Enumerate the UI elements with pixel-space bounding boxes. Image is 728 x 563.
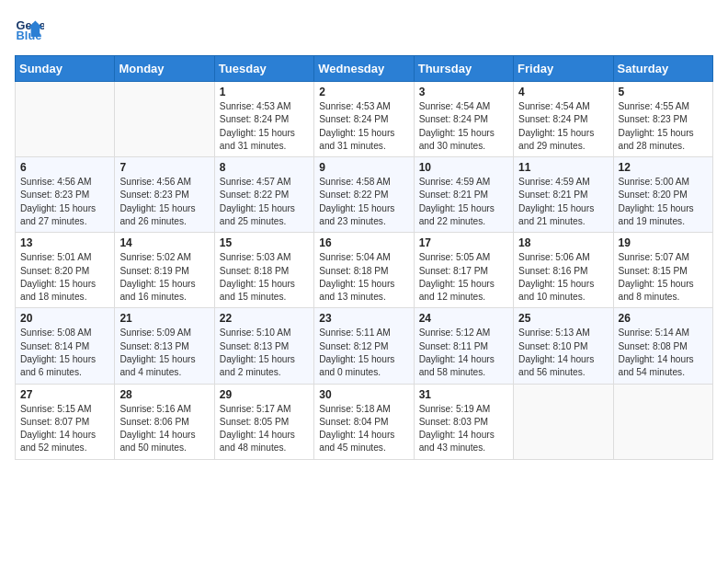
calendar-table: SundayMondayTuesdayWednesdayThursdayFrid… xyxy=(15,55,713,460)
weekday-header: Monday xyxy=(115,56,214,82)
day-number: 22 xyxy=(220,312,309,325)
day-number: 27 xyxy=(20,388,109,401)
day-number: 20 xyxy=(20,312,109,325)
cell-content: Sunrise: 5:17 AM Sunset: 8:05 PM Dayligh… xyxy=(220,403,309,455)
cell-content: Sunrise: 5:07 AM Sunset: 8:15 PM Dayligh… xyxy=(619,251,708,304)
cell-content: Sunrise: 4:59 AM Sunset: 8:21 PM Dayligh… xyxy=(518,176,608,228)
day-number: 14 xyxy=(119,236,209,249)
day-number: 3 xyxy=(419,86,508,98)
cell-content: Sunrise: 4:59 AM Sunset: 8:21 PM Dayligh… xyxy=(419,176,508,228)
cell-content: Sunrise: 5:03 AM Sunset: 8:18 PM Dayligh… xyxy=(220,251,309,304)
weekday-header: Tuesday xyxy=(214,56,313,82)
calendar-cell: 25Sunrise: 5:13 AM Sunset: 8:10 PM Dayli… xyxy=(514,308,613,384)
calendar-cell xyxy=(16,82,115,157)
day-number: 31 xyxy=(419,388,508,401)
cell-content: Sunrise: 4:57 AM Sunset: 8:22 PM Dayligh… xyxy=(220,176,309,228)
day-number: 25 xyxy=(518,312,608,325)
cell-content: Sunrise: 5:16 AM Sunset: 8:06 PM Dayligh… xyxy=(119,403,209,455)
cell-content: Sunrise: 5:13 AM Sunset: 8:10 PM Dayligh… xyxy=(518,327,608,379)
calendar-cell: 31Sunrise: 5:19 AM Sunset: 8:03 PM Dayli… xyxy=(414,384,513,459)
day-number: 26 xyxy=(619,312,708,325)
calendar-cell: 29Sunrise: 5:17 AM Sunset: 8:05 PM Dayli… xyxy=(214,384,313,459)
day-number: 8 xyxy=(220,161,309,174)
day-number: 21 xyxy=(119,312,209,325)
weekday-header: Saturday xyxy=(613,56,712,82)
cell-content: Sunrise: 5:08 AM Sunset: 8:14 PM Dayligh… xyxy=(20,327,109,379)
day-number: 23 xyxy=(319,312,408,325)
calendar-cell: 6Sunrise: 4:56 AM Sunset: 8:23 PM Daylig… xyxy=(16,157,115,233)
calendar-cell: 7Sunrise: 4:56 AM Sunset: 8:23 PM Daylig… xyxy=(115,157,214,233)
calendar-cell: 17Sunrise: 5:05 AM Sunset: 8:17 PM Dayli… xyxy=(414,233,513,308)
calendar-cell: 13Sunrise: 5:01 AM Sunset: 8:20 PM Dayli… xyxy=(16,233,115,308)
calendar-cell xyxy=(514,384,613,459)
cell-content: Sunrise: 5:00 AM Sunset: 8:20 PM Dayligh… xyxy=(619,176,708,228)
calendar-cell: 12Sunrise: 5:00 AM Sunset: 8:20 PM Dayli… xyxy=(613,157,712,233)
calendar-cell: 24Sunrise: 5:12 AM Sunset: 8:11 PM Dayli… xyxy=(414,308,513,384)
logo: General Blue xyxy=(15,15,48,44)
day-number: 5 xyxy=(619,86,708,98)
calendar-week-row: 1Sunrise: 4:53 AM Sunset: 8:24 PM Daylig… xyxy=(16,82,713,157)
day-number: 6 xyxy=(20,161,109,174)
day-number: 4 xyxy=(518,86,608,98)
calendar-cell: 4Sunrise: 4:54 AM Sunset: 8:24 PM Daylig… xyxy=(514,82,613,157)
day-number: 28 xyxy=(119,388,209,401)
cell-content: Sunrise: 4:58 AM Sunset: 8:22 PM Dayligh… xyxy=(319,176,408,228)
calendar-cell: 8Sunrise: 4:57 AM Sunset: 8:22 PM Daylig… xyxy=(214,157,313,233)
day-number: 9 xyxy=(319,161,408,174)
calendar-cell: 1Sunrise: 4:53 AM Sunset: 8:24 PM Daylig… xyxy=(214,82,313,157)
day-number: 29 xyxy=(220,388,309,401)
day-number: 7 xyxy=(119,161,209,174)
cell-content: Sunrise: 4:54 AM Sunset: 8:24 PM Dayligh… xyxy=(518,100,608,153)
cell-content: Sunrise: 4:55 AM Sunset: 8:23 PM Dayligh… xyxy=(619,100,708,153)
calendar-cell: 16Sunrise: 5:04 AM Sunset: 8:18 PM Dayli… xyxy=(314,233,414,308)
page-header: General Blue xyxy=(15,15,713,44)
calendar-cell: 11Sunrise: 4:59 AM Sunset: 8:21 PM Dayli… xyxy=(514,157,613,233)
cell-content: Sunrise: 5:04 AM Sunset: 8:18 PM Dayligh… xyxy=(319,251,408,304)
calendar-cell: 30Sunrise: 5:18 AM Sunset: 8:04 PM Dayli… xyxy=(314,384,414,459)
calendar-cell: 23Sunrise: 5:11 AM Sunset: 8:12 PM Dayli… xyxy=(314,308,414,384)
calendar-cell: 14Sunrise: 5:02 AM Sunset: 8:19 PM Dayli… xyxy=(115,233,214,308)
weekday-header: Friday xyxy=(514,56,613,82)
cell-content: Sunrise: 5:10 AM Sunset: 8:13 PM Dayligh… xyxy=(220,327,309,379)
calendar-cell: 22Sunrise: 5:10 AM Sunset: 8:13 PM Dayli… xyxy=(214,308,313,384)
calendar-cell: 26Sunrise: 5:14 AM Sunset: 8:08 PM Dayli… xyxy=(613,308,712,384)
day-number: 19 xyxy=(619,236,708,249)
day-number: 13 xyxy=(20,236,109,249)
weekday-header: Wednesday xyxy=(314,56,414,82)
day-number: 30 xyxy=(319,388,408,401)
calendar-cell: 15Sunrise: 5:03 AM Sunset: 8:18 PM Dayli… xyxy=(214,233,313,308)
cell-content: Sunrise: 5:02 AM Sunset: 8:19 PM Dayligh… xyxy=(119,251,209,304)
weekday-header: Thursday xyxy=(414,56,513,82)
cell-content: Sunrise: 5:11 AM Sunset: 8:12 PM Dayligh… xyxy=(319,327,408,379)
cell-content: Sunrise: 5:19 AM Sunset: 8:03 PM Dayligh… xyxy=(419,403,508,455)
day-number: 24 xyxy=(419,312,508,325)
calendar-cell: 5Sunrise: 4:55 AM Sunset: 8:23 PM Daylig… xyxy=(613,82,712,157)
calendar-cell: 27Sunrise: 5:15 AM Sunset: 8:07 PM Dayli… xyxy=(16,384,115,459)
day-number: 17 xyxy=(419,236,508,249)
calendar-week-row: 6Sunrise: 4:56 AM Sunset: 8:23 PM Daylig… xyxy=(16,157,713,233)
cell-content: Sunrise: 4:53 AM Sunset: 8:24 PM Dayligh… xyxy=(319,100,408,153)
cell-content: Sunrise: 5:12 AM Sunset: 8:11 PM Dayligh… xyxy=(419,327,508,379)
calendar-cell: 2Sunrise: 4:53 AM Sunset: 8:24 PM Daylig… xyxy=(314,82,414,157)
day-number: 16 xyxy=(319,236,408,249)
cell-content: Sunrise: 5:09 AM Sunset: 8:13 PM Dayligh… xyxy=(119,327,209,379)
calendar-week-row: 20Sunrise: 5:08 AM Sunset: 8:14 PM Dayli… xyxy=(16,308,713,384)
calendar-header-row: SundayMondayTuesdayWednesdayThursdayFrid… xyxy=(16,56,713,82)
calendar-cell: 21Sunrise: 5:09 AM Sunset: 8:13 PM Dayli… xyxy=(115,308,214,384)
calendar-cell: 20Sunrise: 5:08 AM Sunset: 8:14 PM Dayli… xyxy=(16,308,115,384)
logo-icon: General Blue xyxy=(15,15,44,44)
cell-content: Sunrise: 4:54 AM Sunset: 8:24 PM Dayligh… xyxy=(419,100,508,153)
cell-content: Sunrise: 4:53 AM Sunset: 8:24 PM Dayligh… xyxy=(220,100,309,153)
weekday-header: Sunday xyxy=(16,56,115,82)
day-number: 15 xyxy=(220,236,309,249)
cell-content: Sunrise: 5:14 AM Sunset: 8:08 PM Dayligh… xyxy=(619,327,708,379)
calendar-cell: 28Sunrise: 5:16 AM Sunset: 8:06 PM Dayli… xyxy=(115,384,214,459)
cell-content: Sunrise: 5:01 AM Sunset: 8:20 PM Dayligh… xyxy=(20,251,109,304)
cell-content: Sunrise: 5:05 AM Sunset: 8:17 PM Dayligh… xyxy=(419,251,508,304)
calendar-cell: 18Sunrise: 5:06 AM Sunset: 8:16 PM Dayli… xyxy=(514,233,613,308)
calendar-week-row: 13Sunrise: 5:01 AM Sunset: 8:20 PM Dayli… xyxy=(16,233,713,308)
cell-content: Sunrise: 4:56 AM Sunset: 8:23 PM Dayligh… xyxy=(20,176,109,228)
day-number: 18 xyxy=(518,236,608,249)
calendar-cell: 10Sunrise: 4:59 AM Sunset: 8:21 PM Dayli… xyxy=(414,157,513,233)
calendar-week-row: 27Sunrise: 5:15 AM Sunset: 8:07 PM Dayli… xyxy=(16,384,713,459)
